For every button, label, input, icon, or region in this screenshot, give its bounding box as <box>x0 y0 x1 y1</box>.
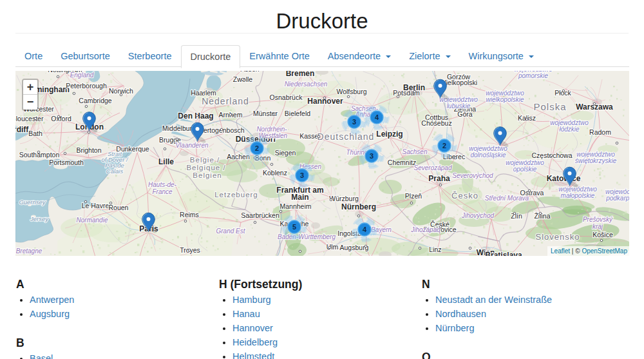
svg-text:3: 3 <box>352 118 356 126</box>
svg-text:2: 2 <box>255 144 259 152</box>
svg-text:Střední Morava: Střední Morava <box>485 195 529 202</box>
svg-text:Reims: Reims <box>180 211 199 218</box>
svg-text:Oxford: Oxford <box>51 115 71 122</box>
svg-text:2: 2 <box>442 142 446 150</box>
svg-text:Hauts-de-: Hauts-de- <box>148 181 177 188</box>
svg-text:Osnabrück: Osnabrück <box>270 93 303 101</box>
svg-text:małopolskie: małopolskie <box>561 192 595 199</box>
svg-text:3: 3 <box>300 171 304 179</box>
svg-text:Zlín: Zlín <box>511 212 522 220</box>
svg-text:Košice: Košice <box>592 231 613 238</box>
svg-text:Prešovský: Prešovský <box>583 216 613 223</box>
svg-text:Cambridge: Cambridge <box>79 97 112 104</box>
svg-text:Žilina: Žilina <box>534 212 550 220</box>
svg-text:Baden-Württemberg: Baden-Württemberg <box>278 233 336 240</box>
svg-text:4: 4 <box>375 113 379 121</box>
svg-text:Main: Main <box>291 193 308 202</box>
svg-text:Gloucester: Gloucester <box>15 115 44 122</box>
svg-text:3: 3 <box>370 152 374 160</box>
svg-text:wielkopolskie: wielkopolskie <box>486 96 524 103</box>
svg-text:lubuskie: lubuskie <box>447 102 471 110</box>
svg-text:Bielefeld: Bielefeld <box>285 110 310 117</box>
svg-text:Chóśebuz: Chóśebuz <box>421 119 451 127</box>
svg-text:Polska: Polska <box>533 101 566 112</box>
svg-text:Bratislava: Bratislava <box>485 251 522 256</box>
svg-text:Góra: Góra <box>457 110 473 118</box>
svg-text:Augsburg: Augsburg <box>340 244 369 251</box>
svg-text:dolnośląskie: dolnośląskie <box>470 151 506 159</box>
svg-text:Letzebuerg: Letzebuerg <box>214 191 258 199</box>
svg-text:Peterborough: Peterborough <box>66 82 107 90</box>
svg-text:Nürnberg: Nürnberg <box>341 202 376 211</box>
svg-text:łódzkie: łódzkie <box>559 126 580 133</box>
svg-text:Niedersachsen: Niedersachsen <box>285 81 328 88</box>
svg-text:Mannheim: Mannheim <box>279 202 311 210</box>
svg-text:Belgique /: Belgique / <box>186 164 225 171</box>
svg-text:świętokrzyskie: świętokrzyskie <box>575 157 617 164</box>
svg-text:podkarpa: podkarpa <box>605 195 629 202</box>
svg-text:Normandie: Normandie <box>77 217 108 224</box>
svg-text:England: England <box>70 72 94 79</box>
svg-text:Siegen: Siegen <box>275 149 296 157</box>
svg-text:Jihozápad: Jihozápad <box>410 226 440 233</box>
svg-text:Jihovýchod: Jihovýchod <box>461 212 494 219</box>
svg-text:Belgien: Belgien <box>193 171 222 179</box>
svg-text:Brighton: Brighton <box>76 146 101 154</box>
svg-text:Bath: Bath <box>28 130 43 137</box>
svg-text:kraj: kraj <box>592 223 603 230</box>
svg-text:Nederland: Nederland <box>202 96 249 106</box>
svg-text:pomorskie: pomorskie <box>518 72 549 79</box>
svg-text:Saarbrücken: Saarbrücken <box>241 211 279 219</box>
svg-text:5: 5 <box>292 223 296 231</box>
svg-text:Česko: Česko <box>451 191 478 200</box>
svg-text:Leipzig: Leipzig <box>376 130 402 139</box>
svg-text:Cardiff: Cardiff <box>15 125 29 134</box>
svg-text:Praha: Praha <box>428 174 450 183</box>
svg-text:Grand Est: Grand Est <box>216 228 245 235</box>
svg-text:Radom: Radom <box>589 128 611 136</box>
svg-text:Severovýchod: Severovýchod <box>452 172 493 179</box>
svg-text:Slovensko: Slovensko <box>536 232 580 242</box>
svg-text:opolskie: opolskie <box>513 166 537 173</box>
svg-text:Bremen: Bremen <box>286 71 315 78</box>
svg-text:Jersey: Jersey <box>30 215 49 222</box>
svg-text:Assen: Assen <box>240 71 259 73</box>
svg-text:Guernsey: Guernsey <box>19 199 46 206</box>
svg-text:Chemnitz: Chemnitz <box>388 159 416 166</box>
svg-text:Lille: Lille <box>158 157 174 166</box>
svg-text:Belgie /: Belgie / <box>190 156 220 164</box>
svg-text:Calais: Calais <box>106 168 124 175</box>
svg-text:Wolfsburg: Wolfsburg <box>336 88 366 95</box>
svg-text:Linz: Linz <box>429 246 441 253</box>
svg-text:Würzburg: Würzburg <box>329 195 359 202</box>
svg-text:4: 4 <box>363 226 367 233</box>
svg-text:Portsmouth: Portsmouth <box>49 159 84 166</box>
svg-text:Koblenz: Koblenz <box>263 169 287 177</box>
svg-text:Severozápad: Severozápad <box>414 164 452 171</box>
svg-text:Deutschland: Deutschland <box>317 131 375 142</box>
svg-text:Rouen: Rouen <box>109 204 129 211</box>
svg-text:Vlaanderen: Vlaanderen <box>175 142 209 149</box>
svg-text:Plzeň: Plzeň <box>405 192 422 200</box>
svg-text:Ulm: Ulm <box>327 243 339 251</box>
svg-text:France: France <box>152 188 173 195</box>
svg-text:Sachsen: Sachsen <box>402 148 428 155</box>
svg-text:Bretagne: Bretagne <box>16 247 43 255</box>
